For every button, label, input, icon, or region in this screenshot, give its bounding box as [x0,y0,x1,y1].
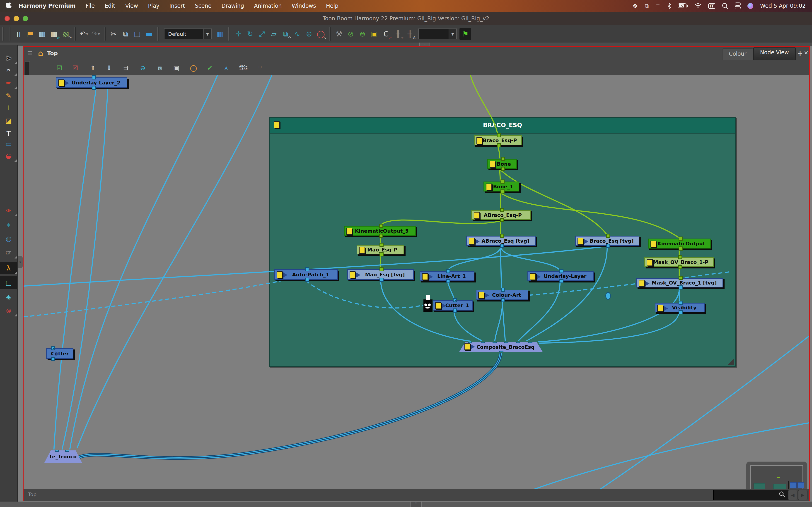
show-disabled-icon[interactable]: ☒ [69,62,81,73]
cut-icon[interactable]: ✂ [108,27,120,40]
rectangle-tool-icon[interactable]: ▭ [0,137,17,150]
ellipse-curve-icon[interactable]: ◯∿ [315,27,327,40]
port-top[interactable] [453,298,457,302]
thumbnail-toggle[interactable] [476,137,483,144]
dropbox-icon[interactable]: ❖ [632,2,638,10]
brush-tool-icon[interactable]: ✒ [0,76,17,89]
zoom-window-button[interactable] [23,16,28,21]
node-braco-esq-p[interactable]: Braco_Esq-P [474,135,522,145]
port-top[interactable] [500,208,504,212]
port-top[interactable] [379,224,383,228]
node-abraco-esq-p[interactable]: ABraco_Esq-P [471,210,530,220]
lasso-select-icon[interactable]: ◯ [188,62,199,73]
close-window-button[interactable] [5,16,10,21]
show-enabled-icon[interactable]: ☑ [53,62,65,73]
thumbnail-toggle[interactable] [435,302,441,309]
port-bottom[interactable] [92,86,96,90]
node-graph-canvas[interactable]: BRACO_ESQ Underlay-Layer_2Braco_Esq-PBon… [23,75,809,490]
port-top[interactable] [606,234,610,238]
expand-triangle-icon[interactable] [646,281,650,286]
port-top[interactable] [497,133,501,137]
selection-frame-icon[interactable]: ▣ [368,27,380,40]
flag-tool-icon[interactable]: ⚑ [459,27,471,40]
node-te-tronco[interactable]: te_Tronco [44,450,82,463]
node-bone[interactable]: Bone [487,159,517,169]
port-top[interactable] [468,339,472,343]
edge-waypoint[interactable] [605,292,611,300]
onion-disc-icon[interactable]: ⊜ [0,304,17,317]
port-bottom[interactable] [678,285,682,289]
port-bottom[interactable] [678,246,682,250]
empty-combo[interactable]: ▼ [418,29,457,39]
menu-item-file[interactable]: File [86,3,95,9]
thumbnail-toggle[interactable] [464,343,470,350]
rotate-tool-icon[interactable]: ↻ [244,27,256,40]
render-write-icon[interactable]: ▬ [143,27,155,40]
tab-node-view[interactable]: Node View [753,47,796,60]
siri-icon[interactable] [748,3,753,9]
thumbnail-toggle[interactable] [58,79,64,86]
port-top[interactable] [678,276,682,280]
node-line-art-1[interactable]: Line-Art_1 [420,271,474,281]
thumbnail-toggle[interactable] [346,228,352,235]
export-image-icon[interactable]: ▧↷ [60,27,71,40]
port-bottom[interactable] [500,218,504,222]
menu-item-windows[interactable]: Windows [292,3,316,9]
port-bottom[interactable] [446,279,450,283]
expand-triangle-icon[interactable] [475,239,479,244]
port-bottom[interactable] [500,244,504,248]
green-ellipse-icon[interactable]: ⊘ [345,27,357,40]
pivot-target-icon[interactable]: ⌖ [0,219,17,231]
minimize-window-button[interactable] [14,16,19,21]
port-top[interactable] [501,179,505,183]
thumbnail-toggle[interactable] [647,259,653,266]
node-mao-esq-p[interactable]: Mao_Esq-P [357,245,404,255]
undo-icon[interactable]: ↶ [78,27,90,40]
control-center-icon[interactable] [735,2,741,9]
thumbnail-toggle[interactable] [486,183,492,190]
focus-selection-icon[interactable]: ⊖ [137,62,149,73]
save-icon[interactable]: ▦ [36,27,48,40]
node-braco-esq-tvg[interactable]: Braco_Esq [tvg] [575,236,639,246]
port-bottom[interactable] [606,244,610,248]
display-icon[interactable]: ⬚ [655,3,661,9]
close-view-icon[interactable]: ✕ [804,50,808,56]
frame-node-icon[interactable]: ▣ [170,62,182,73]
port-top[interactable] [51,346,55,350]
tab-colour[interactable]: Colour [722,48,753,60]
transform-tool-icon[interactable]: ➣ [0,63,17,76]
minimap-view[interactable] [750,465,803,490]
node-kinematicoutput-5[interactable]: KinematicOutput_5 [344,226,416,236]
port-top[interactable] [501,288,505,292]
menu-item-scene[interactable]: Scene [195,3,211,9]
port-bottom[interactable] [497,143,501,147]
new-scene-icon[interactable]: ▯ [13,27,24,40]
node-colour-art[interactable]: Colour-Art [476,290,528,300]
port-top[interactable] [65,448,69,452]
rig-tools-icon[interactable]: ⚒ [333,27,345,40]
node-abraco-esq-tvg[interactable]: ABraco_Esq [tvg] [466,236,536,246]
port-bottom[interactable] [678,265,682,269]
apple-menu-icon[interactable] [6,2,12,9]
port-top[interactable] [92,75,96,79]
node-bone-1[interactable]: Bone_1 [484,181,519,191]
port-top[interactable] [379,267,384,271]
node-cutter-1[interactable]: Cutter_1 [433,300,473,311]
panel-menu-icon[interactable]: ☰ [27,50,33,57]
input-source-it[interactable]: IT [708,3,715,9]
thumbnail-toggle[interactable] [530,273,536,280]
port-top[interactable] [678,255,682,259]
thumbnail-toggle[interactable] [474,212,479,219]
move-down-hierarchy-icon[interactable]: ⇓ [103,62,115,73]
pliers-icon[interactable]: ⑂ [254,62,266,73]
port-bottom[interactable] [501,167,505,171]
open-scene-icon[interactable]: ⬒ [24,27,36,40]
expand-triangle-icon[interactable] [356,273,360,277]
flip-3d-tool-icon[interactable]: ⧉↷ [280,27,291,40]
copy-icon[interactable]: ⧉ [120,27,132,40]
port-bottom[interactable] [453,308,457,313]
port-top[interactable] [678,236,682,241]
port-bottom[interactable] [501,298,505,302]
thumbnail-toggle[interactable] [350,271,355,278]
minimap[interactable] [746,461,807,490]
